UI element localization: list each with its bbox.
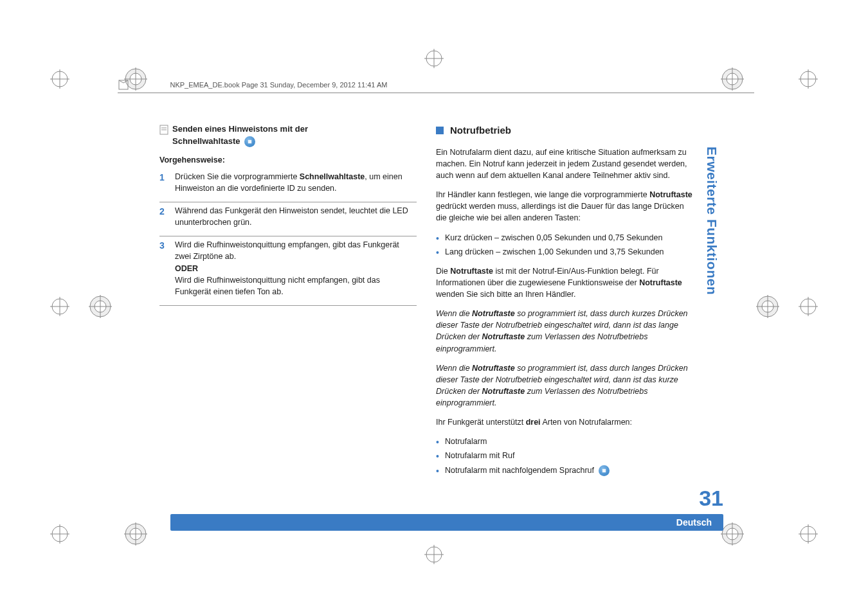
side-tab: Erweiterte Funktionen <box>704 147 723 506</box>
section-heading-right: Notrufbetrieb <box>436 123 693 138</box>
section-marker-icon <box>436 127 444 134</box>
page-number: 31 <box>699 486 723 511</box>
paragraph: Ihr Funkgerät unterstützt drei Arten von… <box>436 416 693 428</box>
svg-rect-52 <box>248 140 251 143</box>
crop-mark-ml <box>50 297 69 316</box>
list-item: Kurz drücken – zwischen 0,05 Sekunden un… <box>436 232 693 244</box>
language-label: Deutsch <box>676 517 712 528</box>
step-number: 1 <box>159 171 168 194</box>
header-text: NKP_EMEA_DE.book Page 31 Sunday, Decembe… <box>170 81 387 89</box>
side-tab-text: Erweiterte Funktionen <box>704 147 719 295</box>
press-duration-list: Kurz drücken – zwischen 0,05 Sekunden un… <box>436 232 693 258</box>
crop-mark-mb <box>424 545 444 564</box>
list-item: Notrufalarm mit Ruf <box>436 450 693 461</box>
step-3: 3 Wird die Rufhinweistonquittung empfang… <box>159 239 417 306</box>
list-item: Notrufalarm <box>436 436 693 447</box>
list-item: Lang drücken – zwischen 1,00 Sekunden un… <box>436 246 693 258</box>
step-text: Wird die Rufhinweistonquittung empfangen… <box>175 239 417 298</box>
step-number: 3 <box>159 239 168 298</box>
section-title-right: Notrufbetrieb <box>450 123 511 138</box>
book-icon <box>118 79 129 91</box>
paragraph: Ihr Händler kann festlegen, wie lange di… <box>436 189 693 224</box>
crop-mark-tl <box>50 69 69 89</box>
page-header: NKP_EMEA_DE.book Page 31 Sunday, Decembe… <box>118 78 754 93</box>
step-text: Drücken Sie die vorprogrammierte Schnell… <box>175 171 417 194</box>
feature-badge-icon <box>244 136 255 147</box>
step-or-label: ODER <box>175 263 417 274</box>
paragraph: Die Notruftaste ist mit der Notruf-Ein/A… <box>436 265 693 300</box>
section-title-line1: Senden eines Hinweistons mit der <box>172 123 308 136</box>
crop-mark-mr <box>799 297 818 316</box>
list-item: Notrufalarm mit nachfolgendem Sprachruf <box>436 465 693 476</box>
section-title-line2: Schnellwahltaste <box>172 136 240 146</box>
language-bar: Deutsch <box>170 514 723 531</box>
crop-mark-mt <box>424 49 444 68</box>
svg-rect-53 <box>602 469 605 472</box>
rosette-mark-mr <box>756 295 779 318</box>
left-column: Senden eines Hinweistons mit der Schnell… <box>159 123 417 479</box>
step-2: 2 Während das Funkgerät den Hinweiston s… <box>159 205 417 236</box>
feature-badge-icon <box>599 465 610 476</box>
svg-rect-48 <box>119 80 128 89</box>
document-icon <box>159 125 168 135</box>
rosette-mark-bl <box>124 522 147 546</box>
rosette-mark-ml <box>89 295 112 318</box>
step-text: Während das Funkgerät den Hinweiston sen… <box>175 205 417 228</box>
crop-mark-tr <box>799 69 818 89</box>
rosette-mark-br <box>721 522 744 546</box>
crop-mark-br <box>799 524 818 544</box>
step-number: 2 <box>159 205 168 228</box>
main-content: Senden eines Hinweistons mit der Schnell… <box>159 123 693 479</box>
procedure-label: Vorgehensweise: <box>159 154 417 166</box>
step-1: 1 Drücken Sie die vorprogrammierte Schne… <box>159 171 417 202</box>
crop-mark-bl <box>50 524 69 544</box>
alarm-types-list: Notrufalarm Notrufalarm mit Ruf Notrufal… <box>436 436 693 475</box>
note-paragraph: Wenn die Notruftaste so programmiert ist… <box>436 362 693 409</box>
paragraph: Ein Notrufalarm dient dazu, auf eine kri… <box>436 147 693 181</box>
right-column: Notrufbetrieb Ein Notrufalarm dient dazu… <box>436 123 693 479</box>
section-heading-left: Senden eines Hinweistons mit der Schnell… <box>159 123 417 148</box>
note-paragraph: Wenn die Notruftaste so programmiert ist… <box>436 308 693 355</box>
